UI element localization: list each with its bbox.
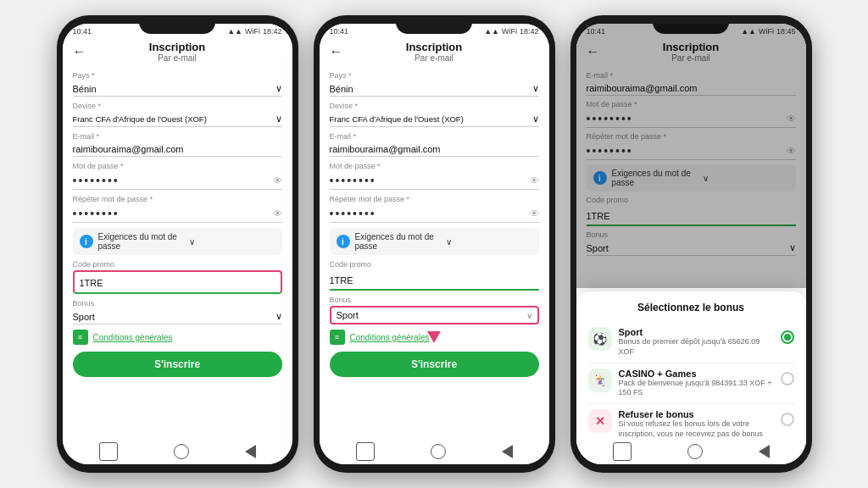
bonus-field-2: Bonus Sport ∨ — [330, 296, 539, 324]
refuse-icon: ✕ — [588, 409, 612, 433]
pays-dropdown-2[interactable]: Bénin ∨ — [330, 81, 539, 97]
back-button-1[interactable]: ← — [73, 44, 86, 59]
conditions-row-1: ≡ Conditions générales — [73, 330, 282, 345]
nav-heading-2: Inscription — [406, 41, 462, 53]
eye-icon-2[interactable]: 👁 — [530, 175, 539, 186]
devise-dropdown-2[interactable]: Franc CFA d'Afrique de l'Ouest (XOF) ∨ — [330, 112, 539, 127]
password-label-1: Mot de passe * — [73, 162, 282, 170]
phone-screen-3: 10:41 ▲▲ WiFi 18:45 ← Inscription Par e-… — [576, 24, 806, 464]
refuse-title: Refuser le bonus — [619, 409, 774, 419]
repeat-password-field-1: Répéter mot de passe * •••••••• 👁 — [73, 195, 282, 223]
nav-circle-3[interactable] — [687, 444, 703, 459]
phone-2: 10:41 ▲▲ WiFi 18:42 ← Inscription Par e-… — [314, 15, 555, 473]
refuse-radio[interactable] — [781, 413, 794, 426]
password-dots-2: •••••••• — [330, 174, 376, 187]
email-input-1[interactable]: raimibouraima@gmail.com — [73, 142, 282, 157]
status-time-right-1: 18:42 — [263, 27, 282, 36]
exigences-row-1[interactable]: i Exigences du mot de passe ∨ — [73, 228, 282, 255]
back-button-2[interactable]: ← — [330, 44, 343, 59]
conditions-text-2[interactable]: Conditions générales — [350, 333, 430, 342]
bonus-value-2: Sport — [337, 310, 359, 320]
pays-label-1: Pays * — [73, 71, 282, 80]
devise-label-2: Devise * — [330, 102, 539, 110]
casino-title: CASINO + Games — [619, 369, 774, 379]
devise-value-2: Franc CFA d'Afrique de l'Ouest (XOF) — [330, 114, 464, 124]
devise-chevron-2: ∨ — [532, 114, 539, 125]
repeat-password-dots-2: •••••••• — [330, 207, 376, 220]
sport-title: Sport — [619, 327, 774, 337]
sport-radio[interactable] — [781, 330, 794, 344]
nav-back-tri-1[interactable] — [245, 445, 256, 458]
code-promo-label-1: Code promo — [73, 260, 282, 269]
nav-subtitle-1: Par e-mail — [149, 53, 205, 63]
casino-radio[interactable] — [781, 372, 794, 385]
conditions-text-1[interactable]: Conditions générales — [93, 333, 173, 342]
repeat-password-label-1: Répéter mot de passe * — [73, 195, 282, 203]
nav-bar-1: ← Inscription Par e-mail — [63, 37, 292, 66]
nav-back-tri-3[interactable] — [759, 445, 770, 458]
bonus-label-2: Bonus — [330, 296, 539, 304]
nav-circle-1[interactable] — [174, 444, 189, 459]
code-promo-field-1: Code promo 1TRE — [73, 260, 282, 294]
code-promo-value-2: 1TRE — [330, 275, 353, 286]
devise-field-2: Devise * Franc CFA d'Afrique de l'Ouest … — [330, 102, 539, 127]
bottom-nav-2 — [320, 439, 549, 464]
sincrire-btn-2[interactable]: S'inscrire — [330, 352, 539, 377]
nav-square-1[interactable] — [99, 442, 118, 461]
exigences-text-1: Exigences du mot de passe — [98, 232, 185, 251]
bonus-label-1: Bonus — [73, 299, 282, 308]
casino-desc: Pack de bienvenue jusqu'à 984391.33 XOF … — [619, 379, 774, 398]
code-promo-label-2: Code promo — [330, 260, 539, 269]
password-dots-1: •••••••• — [73, 174, 120, 187]
password-row-1[interactable]: •••••••• 👁 — [73, 172, 282, 190]
password-row-2[interactable]: •••••••• 👁 — [330, 172, 539, 190]
email-label-1: E-mail * — [73, 132, 282, 141]
password-field-1: Mot de passe * •••••••• 👁 — [73, 162, 282, 190]
bonus-dropdown-box-2[interactable]: Sport ∨ — [330, 306, 539, 324]
exigences-chevron-1: ∨ — [189, 237, 275, 247]
eye-icon-repeat-1[interactable]: 👁 — [273, 208, 282, 219]
exigences-chevron-2: ∨ — [446, 237, 532, 247]
bonus-chevron-1: ∨ — [275, 311, 282, 322]
code-promo-field-2: Code promo 1TRE — [330, 260, 539, 291]
nav-square-2[interactable] — [356, 442, 375, 461]
nav-bar-2: ← Inscription Par e-mail — [320, 37, 549, 66]
phone-notch-1 — [139, 15, 215, 34]
code-promo-input-2[interactable]: 1TRE — [330, 270, 539, 291]
repeat-password-row-1[interactable]: •••••••• 👁 — [73, 205, 282, 223]
signal-icon-2: ▲▲ — [484, 27, 499, 36]
devise-dropdown-1[interactable]: Franc CFA d'Afrique de l'Ouest (XOF) ∨ — [73, 112, 282, 127]
code-promo-box-1[interactable]: 1TRE — [73, 270, 282, 294]
bonus-dropdown-1[interactable]: Sport ∨ — [73, 309, 282, 324]
sport-desc: Bonus de premier dépôt jusqu'à 65626.09 … — [619, 337, 774, 357]
devise-field-1: Devise * Franc CFA d'Afrique de l'Ouest … — [73, 102, 282, 127]
casino-text: CASINO + Games Pack de bienvenue jusqu'à… — [619, 369, 774, 398]
sincrire-btn-1[interactable]: S'inscrire — [73, 352, 282, 377]
email-field-2: E-mail * raimibouraima@gmail.com — [330, 132, 539, 157]
eye-icon-1[interactable]: 👁 — [273, 175, 282, 186]
pays-label-2: Pays * — [330, 71, 539, 80]
phone-screen-1: 10:41 ▲▲ WiFi 18:42 ← Inscription Par e-… — [63, 24, 292, 464]
repeat-password-dots-1: •••••••• — [73, 207, 120, 220]
bonus-option-sport[interactable]: ⚽ Sport Bonus de premier dépôt jusqu'à 6… — [588, 322, 794, 363]
bonus-value-1: Sport — [73, 312, 95, 322]
casino-icon: 🃏 — [588, 369, 612, 392]
info-icon-2: i — [337, 235, 350, 248]
nav-back-tri-2[interactable] — [502, 445, 513, 458]
phone-3: 10:41 ▲▲ WiFi 18:45 ← Inscription Par e-… — [570, 15, 812, 473]
status-time-1: 10:41 — [73, 27, 92, 36]
eye-icon-repeat-2[interactable]: 👁 — [530, 208, 539, 219]
bonus-chevron-2: ∨ — [526, 311, 532, 320]
wifi-icon-2: WiFi — [502, 27, 517, 36]
exigences-row-2[interactable]: i Exigences du mot de passe ∨ — [330, 228, 539, 255]
arrow-up-icon-2 — [427, 331, 441, 343]
repeat-password-label-2: Répéter mot de passe * — [330, 195, 539, 203]
bonus-option-casino[interactable]: 🃏 CASINO + Games Pack de bienvenue jusqu… — [588, 363, 794, 404]
nav-square-3[interactable] — [613, 442, 632, 461]
pays-value-2: Bénin — [330, 84, 353, 94]
email-input-2[interactable]: raimibouraima@gmail.com — [330, 142, 539, 157]
nav-circle-2[interactable] — [431, 444, 446, 459]
phone-notch-2 — [396, 15, 472, 34]
repeat-password-row-2[interactable]: •••••••• 👁 — [330, 205, 539, 223]
pays-dropdown-1[interactable]: Bénin ∨ — [73, 81, 282, 97]
